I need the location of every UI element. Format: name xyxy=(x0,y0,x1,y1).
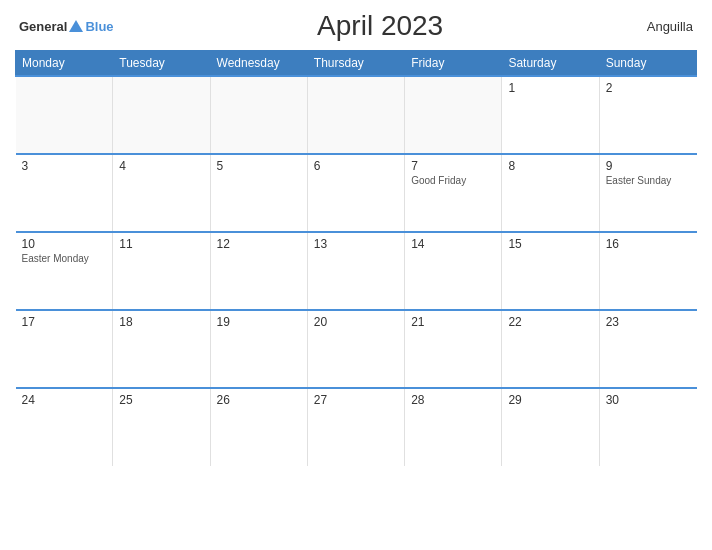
calendar-cell: 21 xyxy=(405,310,502,388)
calendar-week-row: 34567Good Friday89Easter Sunday xyxy=(16,154,697,232)
day-number: 26 xyxy=(217,393,301,407)
day-number: 21 xyxy=(411,315,495,329)
calendar-cell: 19 xyxy=(210,310,307,388)
calendar-cell xyxy=(16,76,113,154)
day-number: 17 xyxy=(22,315,107,329)
weekday-thursday: Thursday xyxy=(307,51,404,77)
logo-triangle-icon xyxy=(69,20,83,32)
logo-general-text: General xyxy=(19,19,67,34)
calendar-cell: 18 xyxy=(113,310,210,388)
day-number: 15 xyxy=(508,237,592,251)
day-number: 10 xyxy=(22,237,107,251)
calendar-cell: 20 xyxy=(307,310,404,388)
day-event: Easter Sunday xyxy=(606,175,691,186)
day-number: 20 xyxy=(314,315,398,329)
calendar-cell xyxy=(210,76,307,154)
calendar-cell: 25 xyxy=(113,388,210,466)
weekday-header-row: Monday Tuesday Wednesday Thursday Friday… xyxy=(16,51,697,77)
day-event: Easter Monday xyxy=(22,253,107,264)
calendar-cell: 16 xyxy=(599,232,696,310)
day-number: 25 xyxy=(119,393,203,407)
day-number: 16 xyxy=(606,237,691,251)
day-number: 29 xyxy=(508,393,592,407)
day-number: 30 xyxy=(606,393,691,407)
logo-blue-text: Blue xyxy=(85,19,113,34)
calendar-cell: 13 xyxy=(307,232,404,310)
calendar-cell: 12 xyxy=(210,232,307,310)
day-number: 7 xyxy=(411,159,495,173)
calendar-week-row: 10Easter Monday111213141516 xyxy=(16,232,697,310)
calendar-cell: 24 xyxy=(16,388,113,466)
calendar-cell: 27 xyxy=(307,388,404,466)
calendar-week-row: 24252627282930 xyxy=(16,388,697,466)
calendar-cell: 30 xyxy=(599,388,696,466)
day-number: 6 xyxy=(314,159,398,173)
calendar-title: April 2023 xyxy=(114,10,647,42)
weekday-saturday: Saturday xyxy=(502,51,599,77)
day-number: 13 xyxy=(314,237,398,251)
calendar-cell xyxy=(307,76,404,154)
calendar-cell: 28 xyxy=(405,388,502,466)
calendar-grid: Monday Tuesday Wednesday Thursday Friday… xyxy=(15,50,697,466)
calendar-cell: 4 xyxy=(113,154,210,232)
day-number: 28 xyxy=(411,393,495,407)
calendar-cell: 2 xyxy=(599,76,696,154)
day-number: 8 xyxy=(508,159,592,173)
calendar-cell xyxy=(113,76,210,154)
day-number: 12 xyxy=(217,237,301,251)
day-number: 3 xyxy=(22,159,107,173)
calendar-cell: 3 xyxy=(16,154,113,232)
calendar-cell: 17 xyxy=(16,310,113,388)
calendar-region: Anguilla xyxy=(647,19,693,34)
calendar-week-row: 12 xyxy=(16,76,697,154)
day-number: 23 xyxy=(606,315,691,329)
calendar-cell: 11 xyxy=(113,232,210,310)
day-number: 5 xyxy=(217,159,301,173)
calendar-cell: 23 xyxy=(599,310,696,388)
calendar-cell: 7Good Friday xyxy=(405,154,502,232)
calendar-cell xyxy=(405,76,502,154)
calendar-cell: 22 xyxy=(502,310,599,388)
day-number: 14 xyxy=(411,237,495,251)
logo: General Blue xyxy=(19,19,114,34)
day-number: 19 xyxy=(217,315,301,329)
day-number: 27 xyxy=(314,393,398,407)
day-number: 1 xyxy=(508,81,592,95)
day-number: 2 xyxy=(606,81,691,95)
day-number: 22 xyxy=(508,315,592,329)
calendar-cell: 10Easter Monday xyxy=(16,232,113,310)
weekday-monday: Monday xyxy=(16,51,113,77)
weekday-tuesday: Tuesday xyxy=(113,51,210,77)
day-number: 9 xyxy=(606,159,691,173)
weekday-wednesday: Wednesday xyxy=(210,51,307,77)
calendar-cell: 15 xyxy=(502,232,599,310)
calendar-cell: 1 xyxy=(502,76,599,154)
calendar-cell: 5 xyxy=(210,154,307,232)
weekday-friday: Friday xyxy=(405,51,502,77)
calendar-week-row: 17181920212223 xyxy=(16,310,697,388)
calendar-cell: 6 xyxy=(307,154,404,232)
day-number: 4 xyxy=(119,159,203,173)
day-event: Good Friday xyxy=(411,175,495,186)
day-number: 11 xyxy=(119,237,203,251)
calendar-header: General Blue April 2023 Anguilla xyxy=(15,10,697,42)
day-number: 24 xyxy=(22,393,107,407)
calendar-container: General Blue April 2023 Anguilla Monday … xyxy=(0,0,712,550)
calendar-cell: 29 xyxy=(502,388,599,466)
weekday-sunday: Sunday xyxy=(599,51,696,77)
calendar-cell: 8 xyxy=(502,154,599,232)
calendar-cell: 14 xyxy=(405,232,502,310)
calendar-cell: 9Easter Sunday xyxy=(599,154,696,232)
calendar-cell: 26 xyxy=(210,388,307,466)
day-number: 18 xyxy=(119,315,203,329)
